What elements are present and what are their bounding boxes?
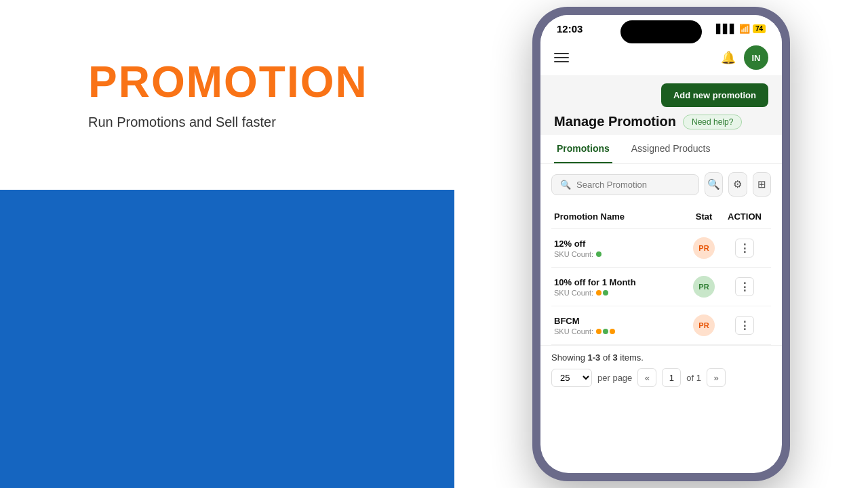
row-status: PR [687, 314, 721, 336]
sku-count: SKU Count: [554, 327, 687, 336]
action-menu-button[interactable]: ⋮ [735, 316, 754, 335]
action-menu-button[interactable]: ⋮ [735, 239, 754, 258]
avatar[interactable]: IN [744, 45, 768, 70]
filter-button[interactable]: ⚙ [728, 172, 747, 197]
first-page-button[interactable]: « [637, 368, 656, 387]
nav-right: 🔔 IN [721, 45, 768, 70]
search-icon: 🔍 [560, 180, 571, 190]
sku-dot [596, 329, 601, 334]
promo-title: PROMOTION [88, 60, 366, 104]
status-time: 12:03 [557, 23, 583, 35]
phone-frame: 12:03 ▋▋▋ 📶 74 🔔 IN [532, 7, 790, 481]
row-action: ⋮ [721, 277, 768, 296]
sku-dots [596, 290, 608, 296]
status-badge: PR [693, 276, 715, 298]
sku-dot [603, 290, 608, 296]
bell-icon[interactable]: 🔔 [721, 50, 736, 65]
table-row: 10% off for 1 Month SKU Count: [551, 268, 771, 306]
wifi-icon: 📶 [739, 24, 750, 34]
pagination-row: 25 50 100 per page « 1 of 1 » [551, 368, 771, 387]
per-page-label: per page [597, 373, 632, 383]
sku-count: SKU Count: [554, 289, 687, 297]
left-panel: PROMOTION Run Promotions and Sell faster [0, 0, 454, 488]
search-row: 🔍 🔍 ⚙ ⊞ [540, 164, 782, 205]
need-help-badge[interactable]: Need help? [683, 115, 742, 129]
status-badge: PR [693, 237, 715, 259]
promotion-name: BFCM [554, 316, 687, 326]
sku-dot [596, 290, 601, 296]
add-new-promotion-button[interactable]: Add new promotion [661, 83, 768, 107]
col-promotion-name: Promotion Name [554, 211, 687, 222]
per-page-select[interactable]: 25 50 100 [551, 369, 592, 387]
row-info: 10% off for 1 Month SKU Count: [554, 277, 687, 297]
left-top: PROMOTION Run Promotions and Sell faster [0, 0, 454, 190]
battery-level: 74 [753, 24, 766, 33]
right-panel: 12:03 ▋▋▋ 📶 74 🔔 IN [454, 0, 868, 488]
hamburger-menu[interactable] [554, 53, 569, 62]
table-header: Promotion Name Stat ACTION [551, 205, 771, 229]
total-items: 3 [612, 352, 617, 363]
promotion-name: 12% off [554, 239, 687, 249]
row-info: 12% off SKU Count: [554, 239, 687, 258]
sku-dot [610, 329, 615, 334]
table-row: 12% off SKU Count: PR [551, 229, 771, 268]
columns-button[interactable]: ⊞ [753, 172, 771, 197]
status-icons: ▋▋▋ 📶 74 [716, 24, 766, 34]
table-footer: Showing 1-3 of 3 items. 25 50 100 [540, 345, 782, 394]
search-box: 🔍 [551, 174, 699, 195]
current-page: 1 [662, 368, 681, 387]
action-menu-button[interactable]: ⋮ [735, 277, 754, 296]
dynamic-island [620, 20, 702, 43]
row-action: ⋮ [721, 316, 768, 335]
sku-dot [603, 329, 608, 334]
of-text: of 1 [686, 373, 701, 383]
showing-range: 1-3 [588, 352, 601, 363]
add-btn-row: Add new promotion [554, 83, 768, 107]
signal-icon: ▋▋▋ [716, 24, 736, 34]
promotion-name: 10% off for 1 Month [554, 277, 687, 287]
sku-dots [596, 329, 615, 334]
col-action: ACTION [721, 211, 768, 222]
status-badge: PR [693, 314, 715, 336]
top-nav: 🔔 IN [540, 40, 782, 75]
header-area: Add new promotion Manage Promotion Need … [540, 75, 782, 135]
card-area: 🔍 🔍 ⚙ ⊞ Promotion Name Stat ACTION [540, 164, 782, 394]
app-content: Add new promotion Manage Promotion Need … [540, 75, 782, 394]
col-status: Stat [687, 211, 721, 222]
promo-subtitle: Run Promotions and Sell faster [88, 115, 366, 130]
row-info: BFCM SKU Count: [554, 316, 687, 336]
search-button[interactable]: 🔍 [705, 172, 723, 197]
phone-inner: 12:03 ▋▋▋ 📶 74 🔔 IN [540, 15, 782, 473]
sku-count: SKU Count: [554, 250, 687, 258]
tab-assigned-products[interactable]: Assigned Products [629, 135, 713, 163]
last-page-button[interactable]: » [707, 368, 726, 387]
showing-text: Showing 1-3 of 3 items. [551, 352, 771, 363]
manage-title: Manage Promotion [554, 114, 676, 129]
tab-promotions[interactable]: Promotions [554, 135, 612, 163]
tabs-bar: Promotions Assigned Products [540, 135, 782, 164]
row-status: PR [687, 237, 721, 259]
search-input[interactable] [576, 180, 690, 190]
table-row: BFCM SKU Count: [551, 306, 771, 345]
row-action: ⋮ [721, 239, 768, 258]
left-bottom-bg [0, 190, 454, 488]
status-bar: 12:03 ▋▋▋ 📶 74 [540, 15, 782, 40]
table-area: Promotion Name Stat ACTION 12% off SKU C… [540, 205, 782, 345]
row-status: PR [687, 276, 721, 298]
manage-row: Manage Promotion Need help? [554, 114, 768, 129]
sku-dots [596, 251, 601, 257]
sku-dot [596, 251, 601, 257]
